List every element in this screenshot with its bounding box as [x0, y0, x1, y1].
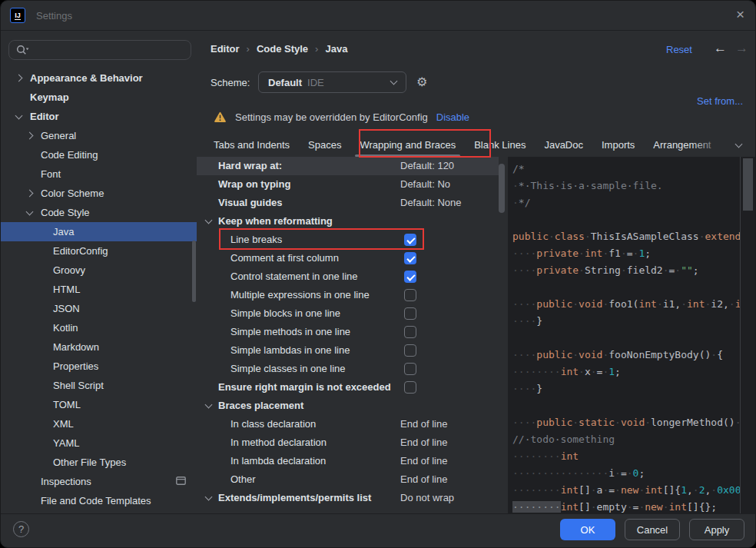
tab-imports[interactable]: Imports	[592, 133, 644, 157]
setting-row-multiple-expressions-in-one-line[interactable]: Multiple expressions in one line	[197, 286, 499, 304]
setting-value[interactable]: Do not wrap	[400, 489, 454, 507]
chevron-expanded-icon[interactable]	[13, 115, 24, 118]
sidebar-item-groovy[interactable]: Groovy	[1, 261, 197, 280]
sidebar-item-shell-script[interactable]: Shell Script	[1, 376, 197, 395]
sidebar-item-java[interactable]: Java	[1, 222, 197, 241]
chevron-expanded-icon[interactable]	[24, 211, 35, 214]
code-token: ThisIsASampleClass	[591, 231, 699, 242]
sidebar-item-kotlin[interactable]: Kotlin	[1, 318, 197, 337]
checkbox-multiple-expressions-in-one-line[interactable]	[404, 289, 416, 301]
tab-tabs-and-indents[interactable]: Tabs and Indents	[204, 133, 299, 157]
setting-row-in-lambda-declaration[interactable]: In lambda declarationEnd of line	[197, 452, 499, 470]
breadcrumb-item-java[interactable]: Java	[325, 43, 347, 55]
setting-row-braces-placement[interactable]: Braces placement	[197, 397, 499, 415]
reset-link[interactable]: Reset	[666, 44, 692, 55]
set-from-link[interactable]: Set from...	[697, 95, 743, 107]
setting-value[interactable]: Default: 120	[400, 157, 454, 175]
sidebar-item-code-editing[interactable]: Code Editing	[1, 145, 197, 164]
tab-spaces[interactable]: Spaces	[299, 133, 350, 157]
settings-search-input[interactable]	[8, 40, 191, 60]
sidebar-item-markdown[interactable]: Markdown	[1, 337, 197, 357]
sidebar-item-inspections[interactable]: Inspections	[1, 472, 197, 491]
code-scrollbar[interactable]	[743, 158, 753, 211]
code-token: ·	[615, 417, 621, 428]
sidebar-item-general[interactable]: General	[1, 126, 197, 145]
back-arrow-icon[interactable]: ←	[714, 41, 727, 56]
sidebar-item-editor[interactable]: Editor	[1, 107, 197, 126]
help-icon[interactable]: ?	[13, 521, 29, 537]
code-preview[interactable]: /*·*·This·is·a·sample·file.·*/public·cla…	[508, 157, 740, 514]
disable-link[interactable]: Disable	[436, 111, 469, 123]
apply-button[interactable]: Apply	[689, 519, 744, 540]
sidebar-item-yaml[interactable]: YAML	[1, 433, 197, 453]
tab-javadoc[interactable]: JavaDoc	[535, 133, 592, 157]
checkbox-line-breaks[interactable]	[404, 234, 416, 246]
sidebar-item-file-and-code-templates[interactable]: File and Code Templates	[1, 491, 197, 510]
setting-row-hard-wrap-at[interactable]: Hard wrap at:Default: 120	[197, 157, 499, 175]
tabs-overflow-chevron-icon[interactable]	[731, 138, 745, 152]
chevron-expanded-icon[interactable]	[203, 400, 214, 411]
setting-value[interactable]: Default: None	[400, 194, 462, 212]
setting-row-in-class-declaration[interactable]: In class declarationEnd of line	[197, 415, 499, 433]
sidebar-item-color-scheme[interactable]: Color Scheme	[1, 184, 197, 203]
setting-row-simple-methods-in-one-line[interactable]: Simple methods in one line	[197, 323, 499, 341]
setting-row-in-method-declaration[interactable]: In method declarationEnd of line	[197, 433, 499, 452]
setting-row-wrap-on-typing[interactable]: Wrap on typingDefault: No	[197, 175, 499, 194]
chevron-collapsed-icon[interactable]	[13, 75, 24, 81]
sidebar-item-json[interactable]: JSON	[1, 299, 197, 318]
checkbox-control-statement-in-one-line[interactable]	[404, 271, 416, 283]
setting-row-extends-implements-permits-list[interactable]: Extends/implements/permits listDo not wr…	[197, 489, 499, 507]
setting-row-visual-guides[interactable]: Visual guidesDefault: None	[197, 194, 499, 212]
checkbox-simple-blocks-in-one-line[interactable]	[404, 307, 416, 320]
ok-button[interactable]: OK	[560, 519, 615, 540]
code-token: ·	[591, 484, 597, 496]
setting-value[interactable]: Default: No	[400, 175, 450, 194]
setting-row-simple-lambdas-in-one-line[interactable]: Simple lambdas in one line	[197, 341, 499, 360]
tab-blank-lines[interactable]: Blank Lines	[465, 133, 535, 157]
forward-arrow-icon[interactable]: →	[735, 41, 748, 56]
setting-row-ensure-right-margin-is-not-exceeded[interactable]: Ensure right margin is not exceeded	[197, 378, 499, 397]
setting-row-comment-at-first-column[interactable]: Comment at first column	[197, 249, 499, 267]
sidebar-item-editorconfig[interactable]: EditorConfig	[1, 241, 197, 261]
setting-value[interactable]: End of line	[400, 452, 447, 470]
code-token: */	[519, 197, 531, 208]
close-icon[interactable]: ×	[736, 6, 744, 23]
setting-value[interactable]: End of line	[400, 470, 447, 489]
sidebar-item-other-file-types[interactable]: Other File Types	[1, 453, 197, 472]
gear-icon[interactable]: ⚙	[416, 75, 427, 89]
setting-row-other[interactable]: OtherEnd of line	[197, 470, 499, 489]
tab-wrapping-and-braces[interactable]: Wrapping and Braces	[350, 133, 465, 157]
checkbox-comment-at-first-column[interactable]	[404, 252, 416, 264]
chevron-collapsed-icon[interactable]	[24, 191, 35, 196]
settings-scrollbar[interactable]	[499, 164, 505, 213]
setting-row-simple-blocks-in-one-line[interactable]: Simple blocks in one line	[197, 304, 499, 323]
setting-row-control-statement-in-one-line[interactable]: Control statement in one line	[197, 267, 499, 286]
code-token: ;	[693, 264, 699, 276]
sidebar-item-xml[interactable]: XML	[1, 414, 197, 433]
sidebar-item-keymap[interactable]: Keymap	[1, 88, 197, 107]
sidebar-item-font[interactable]: Font	[1, 164, 197, 184]
sidebar-item-appearance-behavior[interactable]: Appearance & Behavior	[1, 68, 197, 88]
sidebar-scrollbar[interactable]	[192, 241, 196, 302]
checkbox-simple-methods-in-one-line[interactable]	[404, 326, 416, 338]
sidebar-item-toml[interactable]: TOML	[1, 395, 197, 414]
sidebar-item-label: Inspections	[41, 476, 91, 487]
sidebar-item-properties[interactable]: Properties	[1, 357, 197, 376]
breadcrumb-item-code-style[interactable]: Code Style	[257, 43, 308, 55]
cancel-button[interactable]: Cancel	[625, 519, 680, 540]
setting-value[interactable]: End of line	[400, 433, 447, 452]
setting-value[interactable]: End of line	[400, 415, 447, 433]
breadcrumb-item-editor[interactable]: Editor	[211, 43, 240, 55]
checkbox-ensure-right-margin-is-not-exceeded[interactable]	[404, 381, 416, 394]
setting-row-simple-classes-in-one-line[interactable]: Simple classes in one line	[197, 360, 499, 378]
setting-row-line-breaks[interactable]: Line breaks	[197, 231, 499, 249]
scheme-dropdown[interactable]: Default IDE	[258, 71, 406, 93]
sidebar-item-code-style[interactable]: Code Style	[1, 203, 197, 222]
chevron-collapsed-icon[interactable]	[24, 133, 35, 138]
checkbox-simple-lambdas-in-one-line[interactable]	[404, 344, 416, 357]
checkbox-simple-classes-in-one-line[interactable]	[404, 363, 416, 375]
sidebar-item-html[interactable]: HTML	[1, 280, 197, 299]
chevron-expanded-icon[interactable]	[203, 493, 214, 503]
chevron-expanded-icon[interactable]	[203, 216, 214, 227]
setting-row-keep-when-reformatting[interactable]: Keep when reformatting	[197, 212, 499, 231]
